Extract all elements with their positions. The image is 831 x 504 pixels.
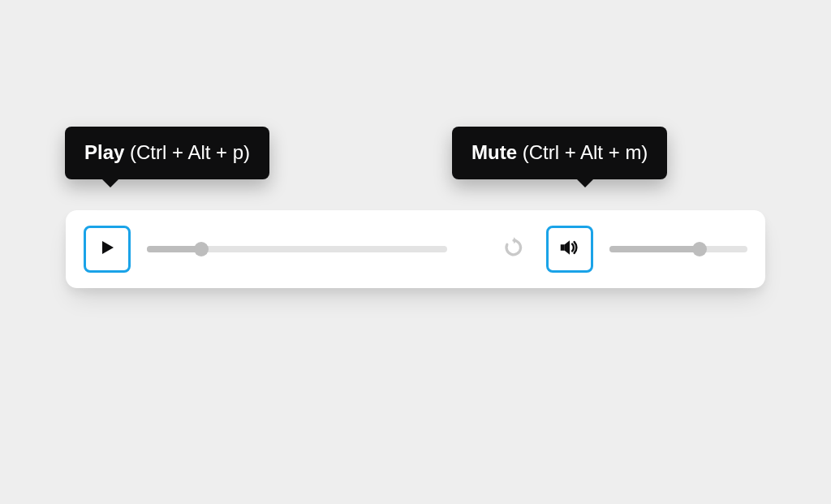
- play-icon: [97, 238, 117, 261]
- play-tooltip-label: Play: [84, 141, 124, 163]
- progress-slider[interactable]: [147, 246, 447, 252]
- volume-icon: [558, 235, 582, 263]
- play-button[interactable]: [84, 226, 131, 273]
- play-tooltip-shortcut: (Ctrl + Alt + p): [130, 141, 250, 163]
- replay-button[interactable]: [497, 235, 530, 263]
- mute-tooltip-label: Mute: [471, 141, 517, 163]
- mute-tooltip: Mute (Ctrl + Alt + m): [452, 127, 667, 179]
- play-tooltip: Play (Ctrl + Alt + p): [65, 127, 269, 179]
- svg-rect-0: [561, 244, 565, 251]
- volume-slider[interactable]: [609, 246, 747, 252]
- reload-icon: [502, 235, 526, 263]
- mute-button[interactable]: [546, 226, 593, 273]
- volume-thumb[interactable]: [692, 242, 707, 256]
- audio-control-bar: [66, 210, 765, 288]
- mute-tooltip-shortcut: (Ctrl + Alt + m): [523, 141, 648, 163]
- progress-fill: [147, 246, 201, 252]
- progress-thumb[interactable]: [194, 242, 209, 256]
- volume-fill: [609, 246, 700, 252]
